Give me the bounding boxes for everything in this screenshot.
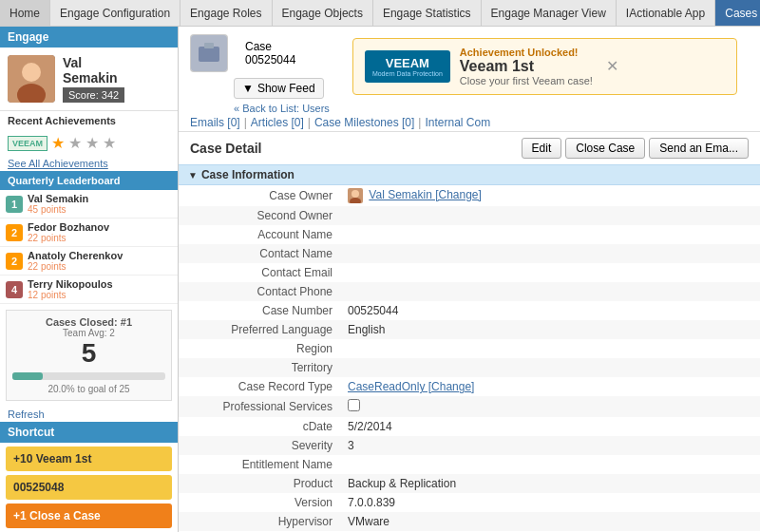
case-owner-link[interactable]: Val Semakin [Change] <box>369 188 482 201</box>
nav-engage-config[interactable]: Engage Configuration <box>50 0 180 26</box>
achievements-row: VEEAM ★ ★ ★ ★ <box>0 130 178 156</box>
table-row: Preferred Language English <box>179 320 760 339</box>
case-info-section-bar[interactable]: ▼ Case Information <box>179 164 760 185</box>
table-row: Case Number 00525044 <box>179 301 760 320</box>
case-fields-table: Case Owner Val Semakin [Change] Second O… <box>179 185 760 531</box>
star-3: ★ <box>86 134 99 152</box>
achievement-banner: VEEAM Modern Data Protection Achievement… <box>352 38 737 95</box>
field-label: Account Name <box>179 225 340 244</box>
field-label: Case Record Type <box>179 377 340 396</box>
leaderboard-item: 2 Anatoly Cherenkov 22 points <box>0 247 178 276</box>
achievement-unlocked-label: Achievement Unlocked! <box>460 47 593 58</box>
case-label: Case <box>245 40 295 53</box>
nav-home[interactable]: Home <box>0 0 50 26</box>
field-value <box>340 225 760 244</box>
edit-button[interactable]: Edit <box>522 138 562 159</box>
detail-header: Case Detail Edit Close Case Send an Ema.… <box>179 132 760 164</box>
show-feed-label: Show Feed <box>257 82 315 95</box>
leaderboard-header: Quarterly Leaderboard <box>0 171 178 190</box>
nav-engage-objects[interactable]: Engage Objects <box>273 0 373 26</box>
nav-engage-roles[interactable]: Engage Roles <box>180 0 272 26</box>
field-label: Hypervisor <box>179 512 340 531</box>
tab-internal-com[interactable]: Internal Com <box>425 116 490 129</box>
recent-achievements-label: Recent Achievements <box>0 111 178 130</box>
field-label: Product <box>179 474 340 493</box>
table-row: Second Owner <box>179 206 760 225</box>
professional-services-checkbox[interactable] <box>348 399 360 411</box>
tab-milestones[interactable]: Case Milestones [0] <box>314 116 414 129</box>
field-label: Version <box>179 493 340 512</box>
close-case-button[interactable]: Close Case <box>565 138 645 159</box>
field-value: VMware <box>340 512 760 531</box>
tab-emails[interactable]: Emails [0] <box>190 116 240 129</box>
main-content: Case 00525044 ▼ Show Feed « Back to List… <box>179 27 760 532</box>
table-row: cDate 5/2/2014 <box>179 417 760 436</box>
field-label: Professional Services <box>179 396 340 417</box>
feed-icon: ▼ <box>242 82 254 95</box>
lb-points-1: 45 points <box>28 204 88 215</box>
star-1: ★ <box>51 134 65 152</box>
send-email-button[interactable]: Send an Ema... <box>649 138 749 159</box>
tabs-bar: Emails [0] | Articles [0] | Case Milesto… <box>179 114 760 132</box>
leaderboard-item: 4 Terry Nikopoulos 12 points <box>0 276 178 304</box>
case-record-type-link[interactable]: CaseReadOnly [Change] <box>348 380 474 393</box>
leaderboard-item: 1 Val Semakin 45 points <box>0 190 178 218</box>
back-to-list[interactable]: « Back to List: Users <box>234 103 330 114</box>
progress-label: 20.0% to goal of 25 <box>12 384 165 394</box>
action-buttons: Edit Close Case Send an Ema... <box>522 138 749 159</box>
nav-cases[interactable]: Cases <box>715 0 760 26</box>
nav-engage-stats[interactable]: Engage Statistics <box>373 0 482 26</box>
field-value: 5/2/2014 <box>340 417 760 436</box>
lb-user-4: Terry Nikopoulos 12 points <box>28 278 113 300</box>
lb-user-1: Val Semakin 45 points <box>28 193 88 215</box>
case-number-area: Case 00525044 ▼ Show Feed « Back to List… <box>190 34 330 114</box>
rank-badge-2: 2 <box>6 224 23 241</box>
field-value <box>340 358 760 377</box>
section-arrow: ▼ <box>188 170 198 180</box>
case-icon <box>190 34 228 72</box>
user-score: Score: 342 <box>63 87 124 103</box>
cases-closed-title: Cases Closed: #1 <box>12 316 165 328</box>
shortcut-header: Shortcut <box>0 422 178 443</box>
nav-engage-manager[interactable]: Engage Manager View <box>482 0 617 26</box>
field-label: Territory <box>179 358 340 377</box>
nav-iactionable[interactable]: IActionable App <box>617 0 715 26</box>
field-value: Backup & Replication <box>340 474 760 493</box>
field-label: Severity <box>179 436 340 455</box>
tab-articles[interactable]: Articles [0] <box>251 116 304 129</box>
refresh-link[interactable]: Refresh <box>0 407 178 422</box>
shortcut-case-num[interactable]: 00525048 <box>6 475 172 500</box>
field-label: Entitlement Name <box>179 455 340 474</box>
see-all-achievements[interactable]: See All Achievements <box>0 156 178 171</box>
progress-bar <box>12 372 165 380</box>
lb-name-2: Fedor Bozhanov <box>28 221 109 233</box>
field-value <box>340 396 760 417</box>
shortcut-veeam[interactable]: +10 Veeam 1st <box>6 446 172 471</box>
user-info: Val Semakin Score: 342 <box>63 55 124 103</box>
table-row: Severity 3 <box>179 436 760 455</box>
field-value <box>340 206 760 225</box>
rank-badge-4: 4 <box>6 281 23 298</box>
lb-user-2: Fedor Bozhanov 22 points <box>28 221 109 243</box>
field-label: Contact Name <box>179 244 340 263</box>
table-row: Account Name <box>179 225 760 244</box>
svg-point-7 <box>352 190 359 198</box>
close-achievement-button[interactable]: ✕ <box>602 55 622 78</box>
show-feed-button[interactable]: ▼ Show Feed <box>234 78 324 99</box>
user-name-line2: Semakin <box>63 70 124 86</box>
star-4: ★ <box>103 134 116 152</box>
field-value: English <box>340 320 760 339</box>
cases-closed-number: 5 <box>12 338 165 369</box>
shortcut-close-1[interactable]: +1 Close a Case <box>6 504 172 528</box>
rank-badge-2b: 2 <box>6 253 23 270</box>
svg-rect-4 <box>199 47 219 62</box>
lb-points-3: 22 points <box>28 261 123 272</box>
lb-points-2: 22 points <box>28 233 109 243</box>
star-2: ★ <box>68 134 82 152</box>
field-label: Contact Phone <box>179 282 340 301</box>
table-row: Case Owner Val Semakin [Change] <box>179 185 760 206</box>
progress-fill <box>12 372 43 380</box>
achievement-text: Achievement Unlocked! Veeam 1st Close yo… <box>460 47 593 86</box>
field-label: Second Owner <box>179 206 340 225</box>
table-row: Contact Email <box>179 263 760 282</box>
